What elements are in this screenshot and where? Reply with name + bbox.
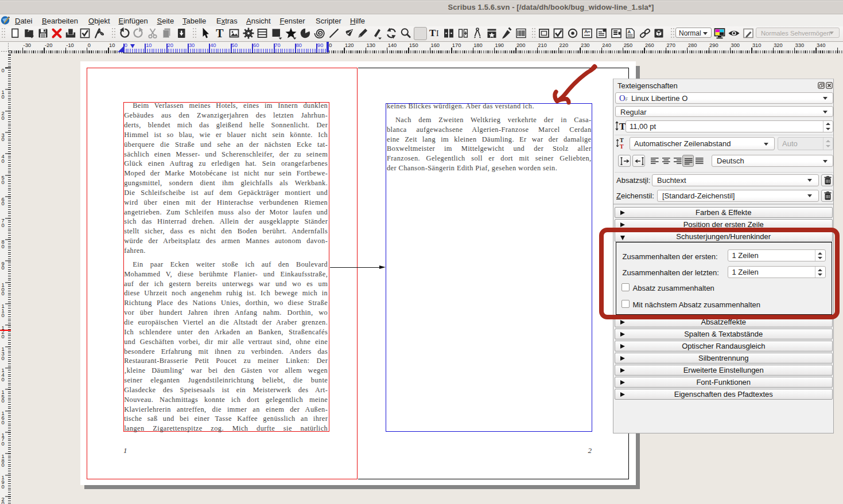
svg-text:T: T [429,28,436,38]
svg-text:A: A [628,29,631,34]
svg-text:I: I [436,29,439,38]
svg-text:T: T [620,137,624,143]
svg-text:A: A [584,29,588,34]
svg-text:T: T [620,143,624,150]
svg-text:T: T [216,27,224,40]
